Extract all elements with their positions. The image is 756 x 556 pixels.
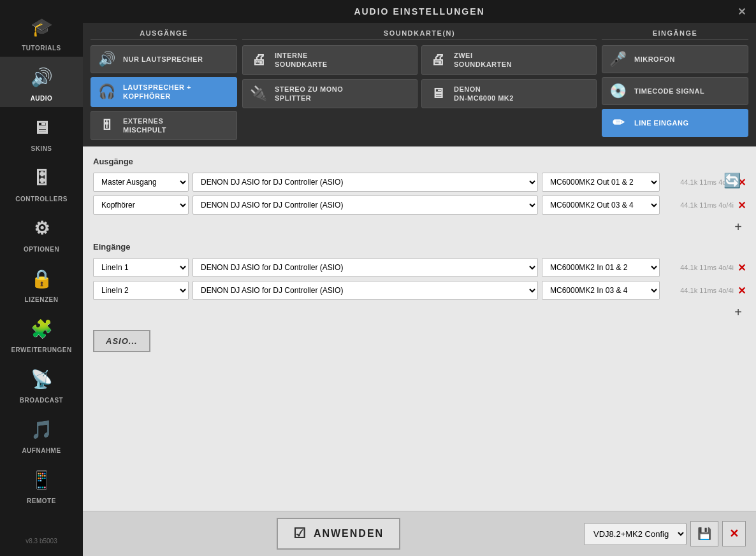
sidebar-item-lizenzen[interactable]: 🔒 LIZENZEN bbox=[0, 258, 83, 308]
sidebar-label-aufnahme: AUFNAHME bbox=[22, 447, 61, 454]
refresh-icon[interactable]: 🔄 bbox=[723, 173, 741, 189]
soundkarte-group: SOUNDKARTE(N) 🖨 INTERNESOUNDKARTE 🖨 ZWEI… bbox=[242, 29, 597, 140]
sidebar: 🎓 TUTORIALS 🔊 AUDIO 🖥 SKINS 🎛 CONTROLLER… bbox=[0, 0, 83, 556]
eingange-info-2: 44.1k 11ms 4o/4i bbox=[664, 287, 734, 294]
remote-icon: 📱 bbox=[26, 464, 57, 495]
ausgange-row-1: Master Ausgang Kopfhörer DENON DJ ASIO f… bbox=[93, 173, 746, 192]
speaker-icon: 🔊 bbox=[98, 51, 117, 68]
sidebar-label-optionen: OPTIONEN bbox=[24, 246, 59, 253]
eingange-row-2: LineIn 2 LineIn 1 DENON DJ ASIO for DJ C… bbox=[93, 281, 746, 300]
sidebar-label-erweiterungen: ERWEITERUNGEN bbox=[11, 346, 71, 353]
ausgange-section-title: Ausgänge bbox=[93, 157, 746, 166]
ausgange-header: AUSGÄNGE bbox=[91, 29, 237, 40]
sidebar-item-audio[interactable]: 🔊 AUDIO bbox=[0, 57, 83, 107]
save-icon: 💾 bbox=[697, 527, 711, 540]
sidebar-item-broadcast[interactable]: 📡 BROADCAST bbox=[0, 359, 83, 409]
eingange-channel-select-2[interactable]: MC6000MK2 In 03 & 4 bbox=[542, 281, 660, 300]
top-section: AUSGÄNGE 🔊 NUR LAUTSPRECHER 🎧 LAUTSPRECH… bbox=[83, 23, 756, 146]
eingange-device-select-2[interactable]: DENON DJ ASIO for DJ Controller (ASIO) bbox=[193, 281, 538, 300]
titlebar-title: AUDIO EINSTELLUNGEN bbox=[354, 6, 484, 17]
mikrofon-label: MIKROFON bbox=[634, 55, 675, 64]
optionen-icon: ⚙ bbox=[26, 213, 57, 243]
eingange-add-button[interactable]: + bbox=[93, 305, 746, 320]
eingange-type-select-2[interactable]: LineIn 2 LineIn 1 bbox=[93, 281, 189, 300]
sidebar-item-remote[interactable]: 📱 REMOTE bbox=[0, 459, 83, 510]
headphone-icon: 🎧 bbox=[98, 83, 117, 100]
ausgange-section: Ausgänge Master Ausgang Kopfhörer DENON … bbox=[93, 157, 746, 234]
sidebar-item-optionen[interactable]: ⚙ OPTIONEN bbox=[0, 208, 83, 258]
eingange-channel-select-1[interactable]: MC6000MK2 In 01 & 2 bbox=[542, 258, 660, 277]
close-button[interactable]: ✕ bbox=[738, 6, 747, 18]
ausgange-type-select-2[interactable]: Kopfhörer Master Ausgang bbox=[93, 196, 189, 215]
eingange-section-title: Eingänge bbox=[93, 242, 746, 252]
sidebar-item-tutorials[interactable]: 🎓 TUTORIALS bbox=[0, 6, 83, 57]
anwenden-button[interactable]: ☑ ANWENDEN bbox=[277, 518, 400, 550]
two-soundcard-icon: 🖨 bbox=[428, 52, 447, 68]
internal-soundcard-icon: 🖨 bbox=[249, 52, 268, 68]
erweiterungen-icon: 🧩 bbox=[26, 313, 57, 344]
content-area: Ausgänge Master Ausgang Kopfhörer DENON … bbox=[83, 146, 756, 511]
save-button[interactable]: 💾 bbox=[690, 521, 718, 546]
ausgange-channel-select-2[interactable]: MC6000MK2 Out 03 & 4 bbox=[542, 196, 660, 215]
sidebar-label-skins: SKINS bbox=[31, 145, 52, 152]
ausgange-type-select-1[interactable]: Master Ausgang Kopfhörer bbox=[93, 173, 189, 192]
audio-icon: 🔊 bbox=[26, 62, 57, 92]
ausgange-device-select-2[interactable]: DENON DJ ASIO for DJ Controller (ASIO) bbox=[193, 196, 538, 215]
checkmark-icon: ☑ bbox=[293, 525, 307, 542]
sidebar-label-broadcast: BROADCAST bbox=[20, 397, 63, 404]
eingange-type-select-1[interactable]: LineIn 1 LineIn 2 bbox=[93, 258, 189, 277]
stereo-mono-button[interactable]: 🔌 STEREO ZU MONOSPLITTER bbox=[242, 79, 418, 109]
broadcast-icon: 📡 bbox=[26, 364, 57, 394]
sidebar-item-erweiterungen[interactable]: 🧩 ERWEITERUNGEN bbox=[0, 308, 83, 359]
denon-mc6000-button[interactable]: 🖥 DENONDN-MC6000 MK2 bbox=[421, 79, 597, 109]
timecode-icon: 💿 bbox=[609, 83, 628, 99]
soundkarte-row2: 🔌 STEREO ZU MONOSPLITTER 🖥 DENONDN-MC600… bbox=[242, 79, 597, 109]
line-in-icon: ✏ bbox=[609, 115, 628, 131]
eingange-header: EINGÄNGE bbox=[602, 29, 748, 40]
eingange-row-1: LineIn 1 LineIn 2 DENON DJ ASIO for DJ C… bbox=[93, 258, 746, 277]
zwei-soundkarten-label: ZWEISOUNDKARTEN bbox=[454, 51, 512, 69]
mikrofon-button[interactable]: 🎤 MIKROFON bbox=[602, 45, 748, 73]
ausgange-table: Master Ausgang Kopfhörer DENON DJ ASIO f… bbox=[93, 173, 746, 215]
sidebar-label-audio: AUDIO bbox=[31, 95, 53, 102]
timecode-button[interactable]: 💿 TIMECODE SIGNAL bbox=[602, 77, 748, 105]
close-bottom-icon: ✕ bbox=[729, 527, 739, 540]
eingange-delete-2[interactable]: ✕ bbox=[738, 285, 746, 297]
nur-lautsprecher-button[interactable]: 🔊 NUR LAUTSPRECHER bbox=[91, 45, 237, 73]
eingange-device-select-1[interactable]: DENON DJ ASIO for DJ Controller (ASIO) bbox=[193, 258, 538, 277]
aufnahme-icon: 🎵 bbox=[26, 414, 57, 445]
version-label: v8.3 b5003 bbox=[25, 538, 57, 550]
ausgange-info-2: 44.1k 11ms 4o/4i bbox=[664, 201, 734, 209]
externes-mischpult-button[interactable]: 🎚 EXTERNESMISCHPULT bbox=[91, 111, 237, 141]
sidebar-label-controllers: CONTROLLERS bbox=[15, 196, 68, 203]
sidebar-label-remote: REMOTE bbox=[27, 497, 56, 504]
lizenzen-icon: 🔒 bbox=[26, 263, 57, 294]
eingange-info-1: 44.1k 11ms 4o/4i bbox=[664, 264, 734, 271]
splitter-icon: 🔌 bbox=[249, 85, 268, 102]
zwei-soundkarten-button[interactable]: 🖨 ZWEISOUNDKARTEN bbox=[421, 45, 597, 75]
sidebar-item-controllers[interactable]: 🎛 CONTROLLERS bbox=[0, 157, 83, 208]
interne-soundkarte-button[interactable]: 🖨 INTERNESOUNDKARTE bbox=[242, 45, 418, 75]
asio-area: ASIO... bbox=[93, 330, 746, 352]
microphone-icon: 🎤 bbox=[609, 51, 628, 68]
titlebar: AUDIO EINSTELLUNGEN ✕ bbox=[83, 0, 756, 23]
eingange-delete-1[interactable]: ✕ bbox=[738, 262, 746, 274]
sidebar-item-skins[interactable]: 🖥 SKINS bbox=[0, 107, 83, 157]
soundkarte-header: SOUNDKARTE(N) bbox=[242, 29, 597, 40]
ausgange-delete-2[interactable]: ✕ bbox=[738, 199, 746, 211]
close-bottom-button[interactable]: ✕ bbox=[722, 521, 746, 546]
line-eingang-button[interactable]: ✏ LINE EINGANG bbox=[602, 109, 748, 137]
sidebar-item-aufnahme[interactable]: 🎵 AUFNAHME bbox=[0, 409, 83, 459]
asio-button[interactable]: ASIO... bbox=[93, 330, 150, 352]
ausgange-device-select-1[interactable]: DENON DJ ASIO for DJ Controller (ASIO) bbox=[193, 173, 538, 192]
ausgange-channel-select-1[interactable]: MC6000MK2 Out 01 & 2 bbox=[542, 173, 660, 192]
config-select[interactable]: VDJ8.2+MK2 Config bbox=[584, 523, 687, 545]
eingange-group: EINGÄNGE 🎤 MIKROFON 💿 TIMECODE SIGNAL ✏ … bbox=[602, 29, 748, 140]
ausgange-add-button[interactable]: + bbox=[93, 220, 746, 234]
lautsprecher-kopfhoerer-button[interactable]: 🎧 LAUTSPRECHER +KOPFHÖRER bbox=[91, 77, 237, 107]
eingange-section: Eingänge LineIn 1 LineIn 2 DENON DJ ASIO… bbox=[93, 242, 746, 320]
sidebar-label-lizenzen: LIZENZEN bbox=[25, 296, 59, 303]
bottom-right: VDJ8.2+MK2 Config 💾 ✕ bbox=[584, 521, 746, 546]
timecode-label: TIMECODE SIGNAL bbox=[634, 87, 704, 96]
line-eingang-label: LINE EINGANG bbox=[634, 118, 688, 127]
